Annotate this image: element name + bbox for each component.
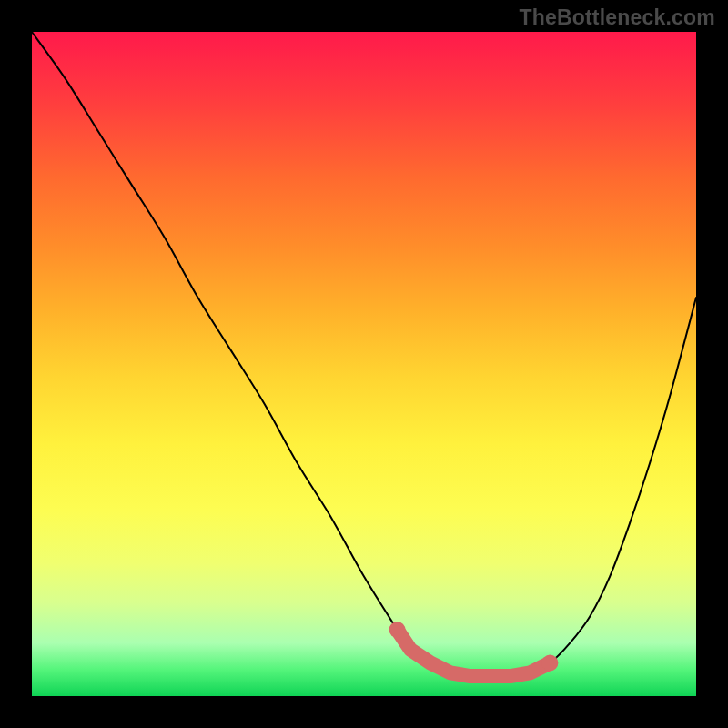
bottleneck-curve: [32, 32, 696, 676]
optimal-range-endpoint: [541, 655, 558, 672]
chart-svg: [32, 32, 696, 696]
optimal-range-marker: [389, 622, 559, 676]
plot-area: [32, 32, 696, 696]
optimal-range-line: [398, 630, 551, 676]
chart-stage: TheBottleneck.com: [0, 0, 728, 728]
optimal-range-endpoint: [389, 622, 406, 638]
watermark-text: TheBottleneck.com: [519, 5, 715, 30]
